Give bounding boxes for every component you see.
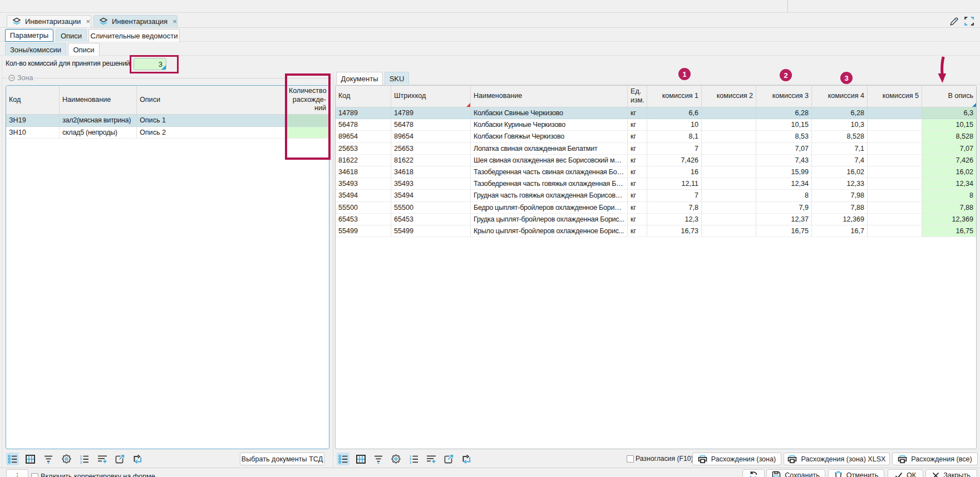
table-cell[interactable]: Колбаски Куриные Черкизово (471, 119, 628, 131)
column-header[interactable]: комиссия 4 (812, 86, 868, 107)
table-cell[interactable]: 7,88 (922, 202, 976, 214)
table-cell[interactable] (868, 178, 922, 190)
repeat-button[interactable] (460, 453, 473, 465)
table-cell[interactable]: Колбаски Свиные Черкизово (471, 107, 628, 119)
table-cell[interactable]: 12,369 (922, 214, 976, 225)
table-cell[interactable]: зал2(мясная витрина) (60, 115, 137, 127)
add-to-list-button[interactable] (425, 453, 438, 465)
table-cell[interactable] (868, 225, 922, 237)
table-row[interactable]: ЗН10склад5 (непроды)Опись 2 (6, 127, 329, 139)
table-cell[interactable]: 55499 (336, 225, 391, 237)
grid-button[interactable] (354, 453, 367, 465)
table-cell[interactable]: Тазобедренная часть свиная охлажденная Б… (471, 166, 628, 178)
table-cell[interactable]: Грудка цыплят-бройлеров охлажденная Бори… (471, 214, 628, 225)
table-cell[interactable]: 12,34 (756, 178, 812, 190)
tab-close-icon[interactable]: × (173, 17, 177, 26)
numbered-list-button[interactable]: 1 2 3 (78, 453, 91, 465)
pencil-icon[interactable] (949, 17, 959, 26)
table-cell[interactable]: Шея свиная охлажденная вес Борисовский м… (471, 155, 628, 166)
table-cell[interactable] (702, 166, 756, 178)
table-cell[interactable]: 16,02 (812, 166, 868, 178)
table-cell[interactable]: 12,34 (922, 178, 976, 190)
table-cell[interactable]: 7,07 (922, 143, 976, 155)
table-cell[interactable] (702, 155, 756, 166)
table-row[interactable]: 3549335493Тазобедренная часть говяжья ох… (336, 178, 976, 190)
table-cell[interactable]: 8,528 (922, 131, 976, 142)
column-header[interactable]: Ед. изм. (628, 86, 647, 107)
table-cell[interactable]: 16,73 (647, 225, 702, 237)
table-cell[interactable]: 7,98 (812, 190, 868, 201)
table-cell[interactable] (702, 131, 756, 142)
table-cell[interactable]: 7,426 (922, 155, 976, 166)
fullscreen-icon[interactable] (964, 17, 974, 26)
filter-button[interactable] (42, 453, 55, 465)
discrepancies-zone-xlsx-button[interactable]: Расхождения (зона) XLSX (784, 453, 890, 465)
table-cell[interactable]: кг (628, 214, 647, 225)
table-cell[interactable]: 55500 (391, 202, 471, 214)
column-header[interactable]: Описи (137, 86, 286, 114)
table-cell[interactable]: кг (628, 166, 647, 178)
table-cell[interactable]: кг (628, 225, 647, 237)
table-cell[interactable] (702, 225, 756, 237)
table-cell[interactable]: 14789 (336, 107, 391, 119)
tab-opisi[interactable]: Описи (56, 29, 87, 42)
refresh-button[interactable] (742, 469, 765, 477)
table-cell[interactable] (868, 143, 922, 155)
minus-circle-icon[interactable] (8, 75, 15, 81)
column-header[interactable]: комиссия 2 (702, 86, 756, 107)
settings-button[interactable] (390, 453, 402, 465)
menu-button[interactable]: ⋮ (6, 469, 28, 477)
ok-button[interactable]: ОК (888, 469, 923, 477)
form-correction-checkbox-row[interactable]: Включить корректировку на форме (31, 473, 155, 477)
table-cell[interactable]: 7,4 (812, 155, 868, 166)
table-cell[interactable]: 8 (922, 190, 976, 201)
save-button[interactable]: Сохранить (766, 469, 825, 477)
tab-zony-komissii[interactable]: Зоны/комиссии (5, 43, 66, 56)
table-cell[interactable]: 12,11 (647, 178, 702, 190)
table-cell[interactable]: Колбаски Говяжьи Черкизово (471, 131, 628, 142)
table-cell[interactable]: 12,33 (812, 178, 868, 190)
sku-table[interactable]: КодШтрихкодНаименованиеЕд. изм.комиссия … (335, 85, 977, 449)
table-cell[interactable]: 25653 (391, 143, 471, 155)
table-cell[interactable]: кг (628, 178, 647, 190)
table-cell[interactable]: 25653 (336, 143, 391, 155)
table-cell[interactable]: 7,9 (756, 202, 812, 214)
table-cell[interactable]: 81622 (336, 155, 391, 166)
table-row[interactable]: 6545365453Грудка цыплят-бройлеров охлажд… (336, 214, 976, 225)
table-cell[interactable]: кг (628, 155, 647, 166)
form-correction-checkbox[interactable] (31, 473, 38, 477)
table-row[interactable]: 2565325653Лопатка свиная охлажденная Бел… (336, 143, 976, 155)
table-cell[interactable] (868, 166, 922, 178)
table-cell[interactable]: 8,528 (812, 131, 868, 142)
tab-opisi-sub[interactable]: Описи (68, 43, 100, 56)
table-cell[interactable]: кг (628, 143, 647, 155)
table-cell[interactable] (702, 190, 756, 201)
column-header[interactable]: комиссия 5 (868, 86, 922, 107)
table-cell[interactable]: кг (628, 202, 647, 214)
filter-button[interactable] (372, 453, 385, 465)
disagreements-checkbox-row[interactable]: Разногласия (F10) (627, 455, 693, 463)
table-cell[interactable]: ЗН10 (6, 127, 60, 139)
properties-list-button[interactable] (6, 453, 19, 465)
disagreements-checkbox[interactable] (627, 455, 634, 463)
table-cell[interactable]: 55500 (336, 202, 391, 214)
discrepancies-zone-button[interactable]: Расхождения (зона) (692, 453, 781, 465)
column-header[interactable]: Наименование (60, 86, 137, 114)
table-cell[interactable]: кг (628, 190, 647, 201)
table-cell[interactable] (868, 202, 922, 214)
table-cell[interactable] (702, 143, 756, 155)
table-cell[interactable]: 6,28 (756, 107, 812, 119)
table-cell[interactable]: 10,3 (812, 119, 868, 131)
table-cell[interactable]: 7,43 (756, 155, 812, 166)
numbered-list-button[interactable]: 1 2 3 (407, 453, 420, 465)
table-row[interactable]: 5550055500Бедро цыплят-бройлеров охлажде… (336, 202, 976, 214)
table-cell[interactable]: кг (628, 107, 647, 119)
doc-tab-inventory[interactable]: Инвентаризация × (93, 15, 178, 27)
properties-list-button[interactable] (337, 453, 349, 465)
doc-tab-inventories[interactable]: Инвентаризации × (7, 15, 91, 27)
table-row[interactable]: 3549435494Грудная часть говяжья охлажден… (336, 190, 976, 201)
table-cell[interactable] (868, 214, 922, 225)
settings-button[interactable] (60, 453, 73, 465)
column-header[interactable]: Наименование (471, 86, 628, 107)
table-cell[interactable]: 8 (756, 190, 812, 201)
